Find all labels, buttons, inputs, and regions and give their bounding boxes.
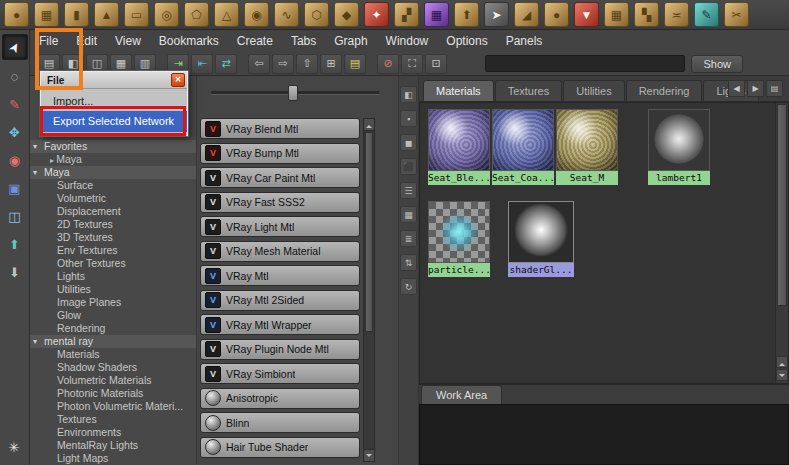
- poly-soccer-icon[interactable]: ⬡: [304, 2, 329, 27]
- tab-textures[interactable]: Textures: [495, 80, 563, 101]
- rotate-tool-icon[interactable]: ◉: [3, 148, 27, 172]
- tree-item-lights[interactable]: Lights: [30, 270, 196, 283]
- tree-item-3d-textures[interactable]: 3D Textures: [30, 231, 196, 244]
- bookmark-book-icon[interactable]: ▤: [344, 54, 366, 74]
- poly-pyramid-icon[interactable]: △: [214, 2, 239, 27]
- show-manipulator-icon[interactable]: ⬇: [3, 260, 27, 284]
- tree-item-maya[interactable]: Maya: [30, 153, 196, 166]
- sculpt-tool-icon[interactable]: ✦: [364, 2, 389, 27]
- create-button-vray-fast-sss2[interactable]: VVRay Fast SSS2: [200, 192, 360, 213]
- tree-item-2d-textures[interactable]: 2D Textures: [30, 218, 196, 231]
- swatch-thumbnail[interactable]: [508, 201, 574, 263]
- poly-platonic-icon[interactable]: ◆: [334, 2, 359, 27]
- tree-item-light-maps[interactable]: Light Maps: [30, 452, 196, 465]
- tree-section-favorites[interactable]: Favorites: [30, 140, 196, 153]
- move-tool-icon[interactable]: ✥: [3, 120, 27, 144]
- special-cube-icon[interactable]: ▦: [424, 2, 449, 27]
- create-button-vray-mtl[interactable]: VVRay Mtl: [200, 265, 360, 286]
- create-button-vray-car-paint-mtl[interactable]: VVRay Car Paint Mtl: [200, 167, 360, 188]
- toggle-create-bar-icon[interactable]: ◧: [400, 86, 417, 103]
- swatch-thumbnail[interactable]: [556, 109, 618, 171]
- soft-mod-tool-icon[interactable]: ⬆: [3, 232, 27, 256]
- tab-scroll-left-icon[interactable]: ◀: [728, 80, 745, 97]
- grid-view-icon[interactable]: ▦: [400, 206, 417, 223]
- tree-section-mental-ray[interactable]: mental ray: [30, 335, 196, 348]
- poly-cylinder-icon[interactable]: ▮: [64, 2, 89, 27]
- lasso-tool-icon[interactable]: ◌: [3, 64, 27, 88]
- tree-item-photonic-materials[interactable]: Photonic Materials: [30, 387, 196, 400]
- swatch-thumbnail[interactable]: [428, 201, 490, 263]
- poly-mirror-icon[interactable]: ▞: [394, 2, 419, 27]
- tab-rendering[interactable]: Rendering: [626, 80, 703, 101]
- multi-cut-icon[interactable]: ✂: [724, 2, 749, 27]
- menu-options[interactable]: Options: [437, 31, 496, 51]
- list-view-icon[interactable]: ☰: [400, 182, 417, 199]
- menu-view[interactable]: View: [106, 31, 150, 51]
- create-button-blinn[interactable]: Blinn: [200, 412, 360, 433]
- create-button-vray-plugin-node-mtl[interactable]: VVRay Plugin Node Mtl: [200, 339, 360, 360]
- create-button-vray-light-mtl[interactable]: VVRay Light Mtl: [200, 216, 360, 237]
- frame-selected-icon[interactable]: ⊡: [425, 54, 447, 74]
- swatch-particle[interactable]: particle...: [428, 201, 490, 277]
- menu-window[interactable]: Window: [377, 31, 438, 51]
- tab-work-area[interactable]: Work Area: [421, 385, 502, 404]
- swatch-size-small-icon[interactable]: ▪: [400, 110, 417, 127]
- clear-graph-icon[interactable]: ⊘: [377, 54, 399, 74]
- menu-item-import[interactable]: Import...: [41, 92, 187, 111]
- universal-manipulator-icon[interactable]: ◫: [3, 204, 27, 228]
- graph-up-icon[interactable]: ⇧: [296, 54, 318, 74]
- poly-helix-icon[interactable]: ∿: [274, 2, 299, 27]
- tab-materials[interactable]: Materials: [423, 80, 494, 101]
- frame-all-icon[interactable]: ⛶: [401, 54, 423, 74]
- tree-item-environments[interactable]: Environments: [30, 426, 196, 439]
- create-scrollbar[interactable]: [363, 118, 375, 462]
- poly-bridge-icon[interactable]: ≍: [664, 2, 689, 27]
- poly-reduce-icon[interactable]: ▼: [574, 2, 599, 27]
- scrollbar-thumb[interactable]: [777, 104, 787, 306]
- scroll-up-icon[interactable]: [776, 356, 788, 368]
- select-tool-icon[interactable]: ➤: [2, 34, 28, 60]
- menu-edit[interactable]: Edit: [67, 31, 106, 51]
- poly-pipe-icon[interactable]: ◉: [244, 2, 269, 27]
- tree-item-volumetric-materials[interactable]: Volumetric Materials: [30, 374, 196, 387]
- poly-separate-icon[interactable]: ▚: [634, 2, 659, 27]
- poly-torus-icon[interactable]: ◎: [154, 2, 179, 27]
- tab-utilities[interactable]: Utilities: [563, 80, 624, 101]
- poly-combine-icon[interactable]: ▦: [604, 2, 629, 27]
- tree-item-volumetric[interactable]: Volumetric: [30, 192, 196, 205]
- names-view-icon[interactable]: ≣: [400, 230, 417, 247]
- tree-item-materials[interactable]: Materials: [30, 348, 196, 361]
- next-graph-icon[interactable]: ⇨: [272, 54, 294, 74]
- poly-cone-icon[interactable]: ▲: [94, 2, 119, 27]
- menu-graph[interactable]: Graph: [325, 31, 376, 51]
- slider-handle[interactable]: [288, 85, 298, 101]
- swatch-scrollbar[interactable]: [775, 103, 788, 383]
- poly-sphere-icon[interactable]: ●: [4, 2, 29, 27]
- poly-smooth-icon[interactable]: ●: [544, 2, 569, 27]
- tree-item-env-textures[interactable]: Env Textures: [30, 244, 196, 257]
- show-button[interactable]: Show: [691, 55, 743, 73]
- tab-scroll-right-icon[interactable]: ▶: [747, 80, 764, 97]
- tree-item-surface[interactable]: Surface: [30, 179, 196, 192]
- graph-add-icon[interactable]: ⊞: [320, 54, 342, 74]
- create-button-vray-blend-mtl[interactable]: VVRay Blend Mtl: [200, 118, 360, 139]
- tree-item-photon-volumetric-materi[interactable]: Photon Volumetric Materi...: [30, 400, 196, 413]
- file-menu-titlebar[interactable]: File ✕: [41, 72, 187, 89]
- create-button-hair-tube-shader[interactable]: Hair Tube Shader: [200, 437, 360, 458]
- graph-both-icon[interactable]: ⇄: [215, 54, 237, 74]
- tree-item-mentalray-lights[interactable]: MentalRay Lights: [30, 439, 196, 452]
- tree-item-shadow-shaders[interactable]: Shadow Shaders: [30, 361, 196, 374]
- prev-graph-icon[interactable]: ⇦: [248, 54, 270, 74]
- menu-bookmarks[interactable]: Bookmarks: [150, 31, 228, 51]
- swatch-lambert1[interactable]: lambert1: [648, 109, 710, 185]
- create-button-vray-mtl-wrapper[interactable]: VVRay Mtl Wrapper: [200, 314, 360, 335]
- search-input[interactable]: [485, 55, 685, 72]
- create-button-vray-bump-mtl[interactable]: VVRay Bump Mtl: [200, 143, 360, 164]
- tree-item-glow[interactable]: Glow: [30, 309, 196, 322]
- poly-cube-icon[interactable]: ▦: [34, 2, 59, 27]
- poly-extrude-icon[interactable]: ⬆: [454, 2, 479, 27]
- sort-icon[interactable]: ⇅: [400, 254, 417, 271]
- swatch-thumbnail[interactable]: [492, 109, 554, 171]
- swatch-seat-coa[interactable]: Seat_Coa...: [492, 109, 554, 185]
- swatch-seat-m[interactable]: Seat_M: [556, 109, 618, 185]
